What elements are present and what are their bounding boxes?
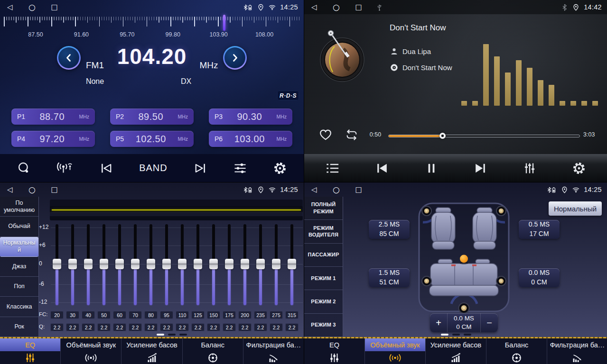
slider-handle[interactable]: [225, 259, 233, 269]
playlist-icon[interactable]: [326, 162, 340, 175]
eq-band-slider-175[interactable]: [224, 224, 234, 305]
tab-surround[interactable]: Объёмный звук: [364, 338, 425, 364]
pause-icon[interactable]: [424, 162, 439, 175]
listening-mode-item[interactable]: РЕЖИМ 1: [304, 267, 343, 290]
field-preset-button[interactable]: Нормальный: [549, 201, 602, 216]
q-value[interactable]: 2.2: [207, 323, 220, 331]
tab-eq[interactable]: EQ: [0, 338, 60, 364]
radio-preset-p6[interactable]: P6103.00MHz: [209, 131, 292, 147]
listening-mode-item[interactable]: ПАССАЖИР: [304, 244, 343, 267]
tab-balance[interactable]: Баланс: [182, 338, 243, 364]
slider-handle[interactable]: [194, 259, 202, 269]
seek-next-icon[interactable]: [193, 162, 207, 175]
delay-rear-left-button[interactable]: 1.5 MS 51 CM: [369, 268, 410, 287]
fc-value[interactable]: 200: [238, 311, 252, 319]
eq-band-slider-200[interactable]: [240, 224, 250, 305]
tab-balance[interactable]: Баланс: [486, 338, 547, 364]
fc-value[interactable]: 40: [82, 311, 95, 319]
delay-rear-right-button[interactable]: 0.0 MS 0 CM: [519, 268, 560, 287]
scan-stations-icon[interactable]: [56, 162, 74, 175]
radio-preset-p4[interactable]: P497.20MHz: [11, 131, 95, 147]
listening-mode-item[interactable]: РЕЖИМ ВОДИТЕЛЯ: [304, 220, 343, 243]
fc-value[interactable]: 315: [285, 311, 299, 319]
eq-band-slider-110[interactable]: [177, 224, 187, 305]
tab-filter[interactable]: Фильтрация ба…: [243, 338, 304, 364]
nav-back-button[interactable]: ◁: [310, 0, 318, 14]
eq-preset-item[interactable]: Джаз: [0, 257, 38, 277]
favorite-button[interactable]: [318, 128, 333, 141]
eq-band-slider-150[interactable]: [209, 224, 218, 305]
listening-mode-item[interactable]: РЕЖИМ 3: [304, 314, 343, 337]
tab-bass[interactable]: Усиление басов: [121, 338, 182, 364]
q-value[interactable]: 2.2: [223, 323, 236, 331]
slider-handle[interactable]: [131, 259, 140, 269]
radio-preset-p1[interactable]: P188.70MHz: [11, 109, 95, 125]
eq-band-slider-60[interactable]: [115, 224, 124, 305]
eq-band-slider-125[interactable]: [193, 224, 203, 305]
fc-value[interactable]: 20: [50, 311, 64, 319]
eq-preset-item[interactable]: Классика: [0, 297, 38, 317]
eq-preset-item[interactable]: Поп: [0, 277, 38, 297]
nav-home-button[interactable]: ○: [332, 0, 340, 14]
slider-handle[interactable]: [147, 259, 155, 269]
fc-value[interactable]: 95: [160, 311, 173, 319]
tab-eq[interactable]: EQ: [304, 338, 364, 364]
slider-handle[interactable]: [100, 259, 108, 269]
delay-front-left-button[interactable]: 2.5 MS 85 CM: [369, 220, 410, 239]
gear-icon[interactable]: [572, 162, 586, 175]
band-button[interactable]: BAND: [139, 163, 168, 173]
eq-band-slider-80[interactable]: [146, 224, 156, 305]
slider-handle[interactable]: [68, 259, 77, 269]
frequency-scale[interactable]: [4, 15, 300, 32]
q-value[interactable]: 2.2: [270, 323, 283, 331]
fc-value[interactable]: 30: [66, 311, 79, 319]
tab-filter[interactable]: Фильтрация ба…: [547, 338, 607, 364]
radio-preset-p2[interactable]: P289.50MHz: [110, 109, 194, 125]
q-value[interactable]: 2.2: [129, 323, 142, 331]
slider-handle[interactable]: [272, 259, 280, 269]
slider-handle[interactable]: [178, 259, 187, 269]
fc-value[interactable]: 70: [129, 311, 142, 319]
nav-home-button[interactable]: ○: [28, 0, 36, 14]
nav-recents-button[interactable]: □: [50, 182, 58, 197]
q-value[interactable]: 2.2: [66, 323, 79, 331]
eq-band-slider-30[interactable]: [68, 224, 77, 305]
nav-back-button[interactable]: ◁: [6, 182, 14, 197]
slider-handle[interactable]: [256, 259, 265, 269]
tab-bass[interactable]: Усиление басов: [425, 338, 486, 364]
fc-value[interactable]: 125: [191, 311, 205, 319]
search-icon[interactable]: [17, 162, 31, 175]
fc-value[interactable]: 235: [254, 311, 267, 319]
nav-home-button[interactable]: ○: [28, 182, 36, 197]
eq-band-slider-50[interactable]: [99, 224, 109, 305]
slider-handle[interactable]: [241, 259, 249, 269]
slider-handle[interactable]: [84, 259, 93, 269]
q-value[interactable]: 2.2: [113, 323, 126, 331]
eq-preset-item[interactable]: Нормальный: [0, 237, 38, 257]
tab-surround[interactable]: Объёмный звук: [60, 338, 121, 364]
progress-bar[interactable]: [388, 135, 580, 137]
slider-handle[interactable]: [209, 259, 218, 269]
q-value[interactable]: 2.2: [238, 323, 252, 331]
eq-band-slider-315[interactable]: [287, 224, 297, 305]
fc-value[interactable]: 175: [223, 311, 236, 319]
eq-band-slider-95[interactable]: [162, 224, 171, 305]
mixer-icon[interactable]: [523, 162, 537, 175]
q-value[interactable]: 2.2: [82, 323, 95, 331]
fc-value[interactable]: 150: [207, 311, 220, 319]
previous-track-icon[interactable]: [375, 162, 389, 175]
listening-mode-item[interactable]: ПОЛНЫЙ РЕЖИМ: [304, 197, 343, 220]
eq-preset-item[interactable]: Рок: [0, 317, 38, 337]
fc-value[interactable]: 275: [270, 311, 283, 319]
repeat-button[interactable]: [344, 129, 359, 141]
q-value[interactable]: 2.2: [176, 323, 189, 331]
eq-band-slider-275[interactable]: [271, 224, 281, 305]
q-value[interactable]: 2.2: [191, 323, 205, 331]
eq-band-slider-20[interactable]: [52, 224, 62, 305]
nav-back-button[interactable]: ◁: [310, 182, 318, 197]
seek-previous-icon[interactable]: [99, 162, 113, 175]
slider-handle[interactable]: [53, 259, 61, 269]
nav-recents-button[interactable]: □: [50, 0, 58, 14]
q-value[interactable]: 2.2: [285, 323, 299, 331]
nav-recents-button[interactable]: □: [355, 0, 363, 14]
